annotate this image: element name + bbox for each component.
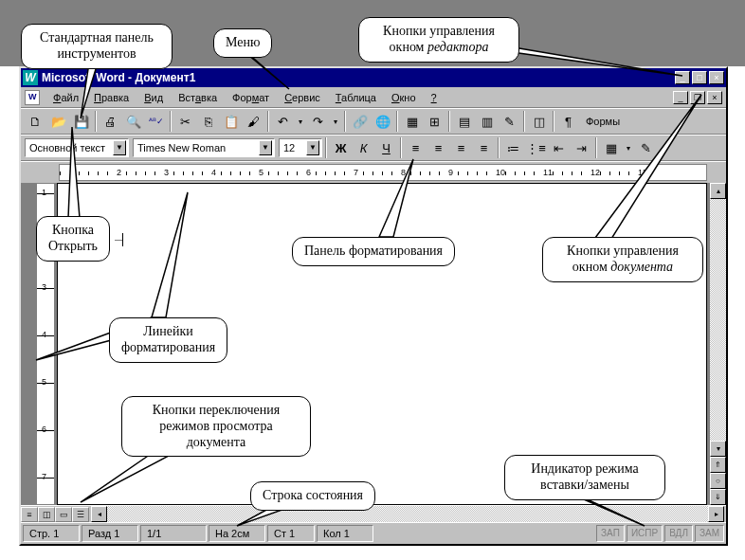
decrease-indent-icon[interactable]: ⇤: [548, 137, 570, 158]
window-title: Microsoft Word - Документ1: [42, 71, 675, 84]
scroll-track[interactable]: [710, 199, 726, 441]
page-view-button[interactable]: ▭: [55, 507, 72, 522]
scroll-left-button[interactable]: ◂: [91, 506, 107, 522]
standard-toolbar: 🗋 📂 💾 🖨 🔍 ᴬᴮ✓ ✂ ⎘ 📋 🖌 ↶ ▾ ↷ ▾ 🔗 🌐 ▦ ⊞ ▤ …: [21, 108, 726, 135]
menu-help[interactable]: ?: [424, 90, 445, 105]
horizontal-ruler-area: 12345678910111213: [21, 161, 726, 183]
callout-statusbar: Строка состояния: [250, 481, 375, 511]
doc-close-button[interactable]: ×: [707, 91, 722, 104]
drawing-icon[interactable]: ✎: [499, 111, 520, 132]
menu-edit[interactable]: Правка: [86, 90, 136, 105]
statusbar: Стр. 1 Разд 1 1/1 На 2см Ст 1 Кол 1 ЗАП …: [21, 522, 726, 543]
menu-tools[interactable]: Сервис: [277, 90, 328, 105]
redo-dropdown-icon[interactable]: ▾: [330, 111, 341, 132]
highlight-icon[interactable]: ✎: [635, 137, 657, 158]
borders-icon[interactable]: ▦: [600, 137, 622, 158]
minimize-button[interactable]: _: [675, 71, 690, 84]
open-icon[interactable]: 📂: [47, 111, 69, 132]
excel-icon[interactable]: ▤: [453, 111, 475, 132]
doc-restore-button[interactable]: ❐: [690, 91, 705, 104]
numbered-list-icon[interactable]: ≔: [502, 137, 524, 158]
prev-page-button[interactable]: ⇑: [710, 457, 726, 473]
hscroll-track[interactable]: [107, 506, 708, 522]
document-window-controls: _ ❐ ×: [673, 91, 722, 104]
web-view-button[interactable]: ◫: [38, 507, 55, 522]
new-icon[interactable]: 🗋: [25, 111, 46, 132]
tables-borders-icon[interactable]: ▦: [401, 111, 423, 132]
show-hide-icon[interactable]: ¶: [557, 111, 579, 132]
hyperlink-icon[interactable]: 🔗: [349, 111, 371, 132]
callout-view-buttons: Кнопки переключениярежимов просмотрадоку…: [121, 396, 311, 457]
paste-icon[interactable]: 📋: [220, 111, 242, 132]
outline-view-button[interactable]: ☰: [72, 507, 89, 522]
vertical-scrollbar: ▴ ▾ ⇑ ○ ⇓: [709, 183, 726, 505]
align-center-icon[interactable]: ≡: [427, 137, 449, 158]
justify-icon[interactable]: ≡: [473, 137, 495, 158]
copy-icon[interactable]: ⎘: [197, 111, 219, 132]
callout-editor-controls: Кнопки управленияокном редактора: [358, 17, 519, 63]
underline-button[interactable]: Ч: [375, 137, 397, 158]
callout-rulers: Линейкиформатирования: [109, 317, 227, 363]
align-right-icon[interactable]: ≡: [450, 137, 472, 158]
font-combo[interactable]: Times New Roman▼: [133, 138, 275, 157]
menu-format[interactable]: Формат: [225, 90, 277, 105]
scroll-up-button[interactable]: ▴: [710, 183, 726, 199]
callout-formatting-panel: Панель форматирования: [292, 237, 455, 266]
menu-file[interactable]: Файл: [45, 90, 86, 105]
align-left-icon[interactable]: ≡: [405, 137, 427, 158]
view-row: ≡ ◫ ▭ ☰ ◂ ▸: [21, 505, 726, 522]
indicator-trk: ИСПР: [627, 525, 663, 542]
callout-open-button: КнопкаОткрыть: [36, 216, 110, 262]
status-pages: 1/1: [140, 525, 207, 542]
insert-table-icon[interactable]: ⊞: [424, 111, 445, 132]
scroll-right-button[interactable]: ▸: [708, 506, 724, 522]
chevron-down-icon[interactable]: ▼: [306, 140, 319, 155]
callout-standard-toolbar: Стандартная панельинструментов: [21, 24, 173, 69]
redo-icon[interactable]: ↷: [307, 111, 329, 132]
save-icon[interactable]: 💾: [70, 111, 92, 132]
formatting-toolbar: Основной текст▼ Times New Roman▼ 12▼ Ж К…: [21, 135, 726, 161]
borders-dropdown[interactable]: ▾: [623, 137, 634, 158]
menu-view[interactable]: Вид: [136, 90, 171, 105]
text-cursor: [122, 233, 123, 246]
format-painter-icon[interactable]: 🖌: [243, 111, 264, 132]
maximize-button[interactable]: □: [692, 71, 707, 84]
horizontal-ruler[interactable]: 12345678910111213: [59, 164, 707, 181]
menu-insert[interactable]: Вставка: [171, 90, 225, 105]
close-button[interactable]: ×: [709, 71, 724, 84]
horizontal-scrollbar: ◂ ▸: [91, 506, 724, 522]
callout-insert-indicator: Индикатор режимавставки/замены: [504, 455, 665, 500]
menu-table[interactable]: Таблица: [328, 90, 384, 105]
chevron-down-icon[interactable]: ▼: [113, 140, 126, 155]
italic-button[interactable]: К: [353, 137, 374, 158]
web-toolbar-icon[interactable]: 🌐: [372, 111, 393, 132]
status-section: Разд 1: [82, 525, 138, 542]
size-combo[interactable]: 12▼: [279, 138, 322, 157]
browse-object-button[interactable]: ○: [710, 473, 726, 489]
document-map-icon[interactable]: ◫: [528, 111, 550, 132]
bulleted-list-icon[interactable]: ⋮≡: [525, 137, 547, 158]
callout-menu: Меню: [213, 28, 272, 58]
menu-window[interactable]: Окно: [384, 90, 424, 105]
normal-view-button[interactable]: ≡: [21, 507, 38, 522]
document-icon[interactable]: [25, 90, 40, 105]
spellcheck-icon[interactable]: ᴬᴮ✓: [145, 111, 167, 132]
status-line: Ст 1: [267, 525, 315, 542]
indicator-ext: ВДЛ: [664, 525, 693, 542]
undo-dropdown-icon[interactable]: ▾: [295, 111, 306, 132]
callout-doc-controls: Кнопки управленияокном документа: [542, 237, 703, 282]
increase-indent-icon[interactable]: ⇥: [571, 137, 592, 158]
highlight-dropdown[interactable]: ▾: [658, 137, 669, 158]
print-icon[interactable]: 🖨: [100, 111, 121, 132]
titlebar: W Microsoft Word - Документ1 _ □ ×: [21, 68, 726, 87]
bold-button[interactable]: Ж: [330, 137, 352, 158]
print-preview-icon[interactable]: 🔍: [122, 111, 144, 132]
columns-icon[interactable]: ▥: [476, 111, 498, 132]
next-page-button[interactable]: ⇓: [710, 489, 726, 505]
cut-icon[interactable]: ✂: [174, 111, 196, 132]
doc-minimize-button[interactable]: _: [673, 91, 688, 104]
chevron-down-icon[interactable]: ▼: [259, 140, 272, 155]
undo-icon[interactable]: ↶: [272, 111, 294, 132]
scroll-down-button[interactable]: ▾: [710, 441, 726, 457]
style-combo[interactable]: Основной текст▼: [25, 138, 129, 157]
